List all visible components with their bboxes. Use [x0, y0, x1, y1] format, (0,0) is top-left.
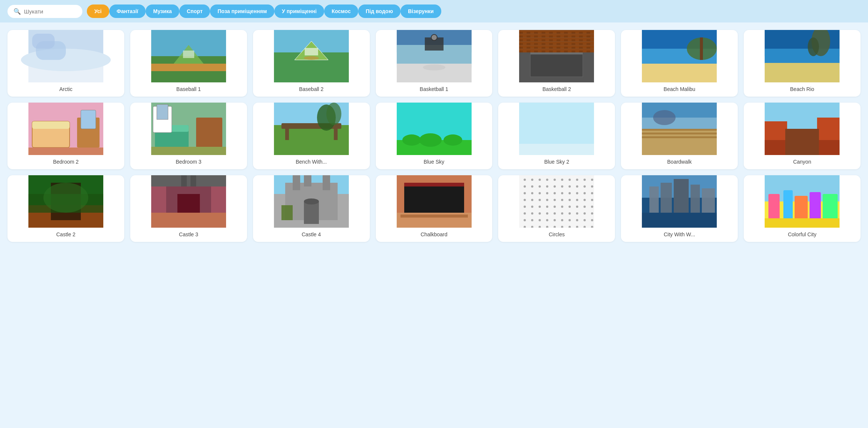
filter-btn-underwater[interactable]: Під водою — [358, 4, 401, 18]
svg-point-136 — [524, 199, 526, 201]
card-bedroom2[interactable]: Bedroom 2 — [7, 103, 124, 169]
card-thumb-basketball2 — [498, 30, 615, 82]
card-basketball1[interactable]: Basketball 1 — [376, 30, 493, 97]
card-label-blue-sky: Blue Sky — [421, 159, 447, 165]
svg-point-137 — [531, 199, 533, 201]
card-circles[interactable]: Circles — [498, 175, 615, 242]
svg-point-111 — [561, 179, 563, 181]
filter-btn-patterns[interactable]: Візерунки — [401, 4, 441, 18]
svg-point-149 — [546, 206, 548, 208]
svg-point-14 — [304, 56, 319, 60]
svg-rect-48 — [196, 118, 222, 148]
svg-point-146 — [524, 206, 526, 208]
card-city-w[interactable]: City With W... — [621, 175, 738, 242]
card-castle2[interactable]: Castle 2 — [7, 175, 124, 242]
svg-point-163 — [576, 212, 578, 215]
svg-rect-69 — [642, 129, 717, 131]
svg-point-107 — [531, 179, 533, 181]
svg-point-168 — [539, 219, 541, 221]
svg-rect-98 — [281, 205, 293, 220]
card-label-bench: Bench With... — [293, 159, 330, 165]
svg-point-157 — [531, 212, 533, 215]
svg-point-20 — [423, 64, 445, 70]
svg-point-62 — [419, 133, 441, 147]
svg-point-151 — [561, 206, 563, 208]
svg-point-167 — [531, 219, 533, 221]
svg-rect-65 — [519, 144, 594, 155]
search-input[interactable] — [24, 8, 76, 15]
filter-btn-sport[interactable]: Спорт — [179, 4, 210, 18]
card-thumb-blue-sky2 — [498, 103, 615, 155]
svg-point-169 — [546, 219, 548, 221]
svg-point-166 — [524, 219, 526, 221]
svg-point-150 — [554, 206, 556, 208]
svg-point-175 — [591, 219, 593, 221]
svg-point-115 — [591, 179, 593, 181]
svg-point-141 — [561, 199, 563, 201]
svg-point-152 — [569, 206, 571, 208]
card-chalkboard[interactable]: Chalkboard — [376, 175, 493, 242]
svg-point-108 — [539, 179, 541, 181]
svg-point-158 — [539, 212, 541, 215]
card-arctic[interactable]: Arctic — [7, 30, 124, 97]
card-thumb-chalkboard — [376, 175, 493, 228]
svg-point-173 — [576, 219, 578, 221]
svg-rect-191 — [691, 185, 700, 213]
svg-rect-96 — [304, 201, 319, 224]
card-castle4[interactable]: Castle 4 — [253, 175, 370, 242]
card-thumb-castle3 — [130, 175, 247, 228]
svg-point-116 — [524, 185, 526, 188]
svg-rect-87 — [151, 175, 226, 186]
svg-rect-197 — [783, 190, 793, 220]
card-beach-malibu[interactable]: Beach Malibu — [621, 30, 738, 97]
filter-btn-fantasy[interactable]: Фантазії — [109, 4, 146, 18]
card-basketball2[interactable]: Basketball 2 — [498, 30, 615, 97]
svg-rect-70 — [642, 133, 717, 134]
svg-rect-188 — [649, 186, 659, 213]
filter-btn-indoor[interactable]: У приміщенні — [274, 4, 324, 18]
card-castle3[interactable]: Castle 3 — [130, 175, 247, 242]
filter-btn-all[interactable]: Усі — [87, 4, 109, 18]
svg-rect-43 — [28, 148, 103, 155]
svg-rect-71 — [642, 136, 717, 138]
filter-btn-outdoor[interactable]: Поза приміщенням — [210, 4, 274, 18]
card-label-baseball1: Baseball 1 — [173, 86, 204, 92]
main-content: Arctic Baseball 1 Baseball 2 Basketball … — [0, 22, 868, 249]
svg-rect-95 — [323, 175, 330, 190]
svg-rect-88 — [181, 175, 187, 186]
card-thumb-bench — [253, 103, 370, 155]
card-blue-sky2[interactable]: Blue Sky 2 — [498, 103, 615, 169]
svg-rect-200 — [823, 194, 838, 220]
svg-rect-4 — [32, 34, 55, 49]
svg-rect-192 — [702, 188, 715, 213]
svg-point-117 — [531, 185, 533, 188]
card-thumb-boardwalk — [621, 103, 738, 155]
svg-rect-51 — [157, 104, 168, 119]
card-thumb-baseball1 — [130, 30, 247, 82]
cards-grid: Arctic Baseball 1 Baseball 2 Basketball … — [7, 30, 861, 242]
card-label-beach-rio: Beach Rio — [787, 86, 817, 92]
card-beach-rio[interactable]: Beach Rio — [744, 30, 861, 97]
card-colorful[interactable]: Colorful City — [744, 175, 861, 242]
card-bench[interactable]: Bench With... — [253, 103, 370, 169]
svg-point-147 — [531, 206, 533, 208]
card-canyon[interactable]: Canyon — [744, 103, 861, 169]
card-thumb-arctic — [7, 30, 124, 82]
card-baseball2[interactable]: Baseball 2 — [253, 30, 370, 97]
search-box[interactable]: 🔍 — [7, 5, 82, 18]
svg-point-109 — [546, 179, 548, 181]
card-thumb-basketball1 — [376, 30, 493, 82]
svg-rect-196 — [768, 194, 780, 220]
svg-point-131 — [561, 192, 563, 194]
svg-point-138 — [539, 199, 541, 201]
svg-point-134 — [584, 192, 586, 194]
card-boardwalk[interactable]: Boardwalk — [621, 103, 738, 169]
card-blue-sky[interactable]: Blue Sky — [376, 103, 493, 169]
card-bedroom3[interactable]: Bedroom 3 — [130, 103, 247, 169]
svg-point-19 — [431, 34, 437, 40]
card-thumb-city-w — [621, 175, 738, 228]
filter-btn-music[interactable]: Музика — [146, 4, 179, 18]
filter-btn-space[interactable]: Космос — [324, 4, 358, 18]
card-baseball1[interactable]: Baseball 1 — [130, 30, 247, 97]
svg-rect-105 — [519, 175, 594, 228]
